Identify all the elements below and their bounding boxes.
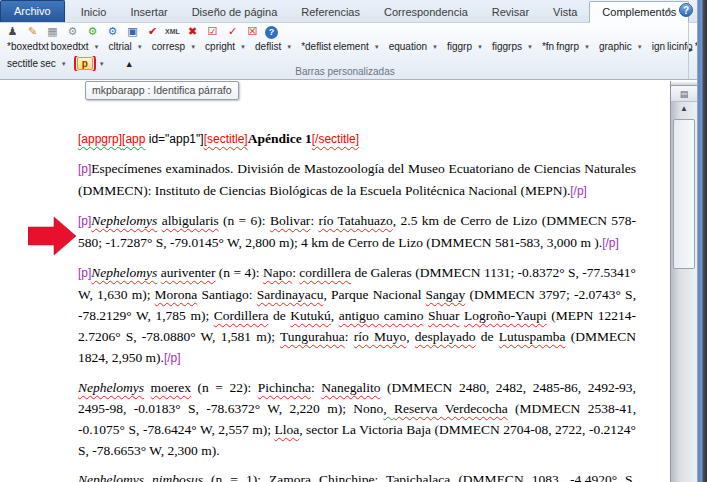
document-text: [appgrp][app id="app1"][sectitle]Apéndic… bbox=[78, 128, 636, 482]
trash-icon[interactable]: ▦ bbox=[45, 25, 60, 39]
dropdown-arrow-icon[interactable]: ▼ bbox=[94, 44, 100, 50]
markup-tag: [p] bbox=[78, 266, 91, 280]
toolbar-button-figgrps[interactable]: figgrps bbox=[491, 41, 523, 52]
text-run: , Parque Nacional bbox=[323, 287, 425, 302]
doc-paragraph: [p]Nephelomys albigularis (n = 6): Boliv… bbox=[78, 210, 636, 254]
xml-icon[interactable]: XML bbox=[165, 25, 180, 39]
tab-archivo[interactable]: Archivo bbox=[0, 0, 65, 22]
dropdown-arrow-icon[interactable]: ▼ bbox=[432, 44, 438, 50]
xml-check-icon[interactable]: ☑ bbox=[205, 25, 220, 39]
tab-correspondencia[interactable]: Correspondencia bbox=[372, 2, 480, 22]
text-run: Nephelomys nimbosus bbox=[78, 472, 203, 482]
text-run: Shuar bbox=[428, 308, 460, 323]
tab-inicio[interactable]: Inicio bbox=[69, 2, 119, 22]
text-run: : bbox=[311, 380, 321, 395]
gear-blue-icon[interactable]: ⚙ bbox=[105, 25, 120, 39]
help-icon[interactable]: ? bbox=[679, 3, 693, 17]
text-run: (n = 1): bbox=[203, 472, 269, 482]
text-run: : bbox=[345, 329, 354, 344]
pencil-icon[interactable]: ✎ bbox=[25, 25, 40, 39]
tab-insertar[interactable]: Insertar bbox=[118, 2, 179, 22]
tab-vista[interactable]: Vista bbox=[541, 2, 589, 22]
dropdown-arrow-icon[interactable]: ▼ bbox=[584, 44, 590, 50]
gear-green-icon[interactable]: ⚙ bbox=[85, 25, 100, 39]
dropdown-arrow-icon[interactable]: ▼ bbox=[374, 44, 380, 50]
check-red-icon[interactable]: ✔ bbox=[145, 25, 160, 39]
delete-red-icon[interactable]: ✖ bbox=[185, 25, 200, 39]
document-page[interactable]: mkpbarapp : Identifica párrafo [appgrp][… bbox=[0, 81, 671, 482]
text-run: (n = 4): bbox=[215, 265, 262, 280]
text-run: de bbox=[268, 308, 290, 323]
ribbon: ArchivoInicioInsertarDiseño de páginaRef… bbox=[0, 0, 707, 80]
tooltip-text: mkpbarapp : Identifica párrafo bbox=[92, 84, 232, 96]
check-small-icon[interactable]: ✓ bbox=[225, 25, 240, 39]
toolbar-button-figgrp[interactable]: figgrp bbox=[446, 41, 473, 52]
toolbar-button-boxedtxt[interactable]: boxedtxt bbox=[50, 41, 90, 52]
help-icon[interactable]: ? bbox=[265, 26, 278, 39]
doc-paragraph: [p]Especímenes examinados. División de M… bbox=[78, 158, 636, 202]
dropdown-arrow-icon[interactable]: ▼ bbox=[527, 44, 533, 50]
text-run: Logroño-Yaupi bbox=[464, 308, 547, 323]
markup-tag: [/sectitle] bbox=[312, 132, 359, 146]
text-run: Napo bbox=[263, 265, 292, 280]
doc-paragraph: Nephelomys nimbosus (n = 1): Zamora Chin… bbox=[78, 469, 636, 482]
dropdown-arrow-icon[interactable]: ▼ bbox=[190, 44, 196, 50]
text-run: (n = 6): bbox=[219, 213, 270, 228]
dropdown-arrow-icon[interactable]: ▼ bbox=[637, 44, 643, 50]
text-run: Santiago: bbox=[197, 287, 256, 302]
gear-gray-icon[interactable]: ⚙ bbox=[65, 25, 80, 39]
tab-revisar[interactable]: Revisar bbox=[480, 2, 541, 22]
text-run: Pichincha bbox=[258, 380, 311, 395]
toolbar-button-deflist[interactable]: deflist bbox=[254, 41, 282, 52]
toolbar-button-element[interactable]: element bbox=[332, 41, 370, 52]
text-run: , bbox=[406, 329, 415, 344]
dropdown-arrow-icon[interactable]: ▼ bbox=[286, 44, 292, 50]
toolbar-button-ign[interactable]: ign bbox=[651, 41, 666, 52]
text-run: Tungurahua bbox=[280, 329, 345, 344]
text-run: Nephelomys bbox=[91, 265, 157, 280]
text-run: Reserva Verdecocha bbox=[394, 401, 508, 416]
toolbar-button-cltrial[interactable]: cltrial bbox=[107, 41, 132, 52]
text-run: Nephelomys bbox=[91, 213, 157, 228]
markup-tag: [appgrp] bbox=[78, 132, 122, 146]
dropdown-arrow-icon[interactable]: ▼ bbox=[137, 44, 143, 50]
text-run: Bolivar bbox=[270, 213, 311, 228]
toolbar-button-corresp[interactable]: corresp bbox=[151, 41, 186, 52]
tab-referencias[interactable]: Referencias bbox=[289, 2, 372, 22]
text-run: Sangay bbox=[426, 287, 466, 302]
scroll-up-icon[interactable]: ▲ bbox=[671, 102, 697, 115]
toolbar-button-boxedtxt[interactable]: *boxedtxt bbox=[6, 41, 50, 52]
markup-tag: [app bbox=[122, 132, 145, 146]
minimize-ribbon-icon[interactable]: ∧ bbox=[665, 5, 672, 15]
toolbar-button-graphic[interactable]: graphic bbox=[598, 41, 633, 52]
toolbar-button-cpright[interactable]: cpright bbox=[204, 41, 236, 52]
toolbar-button-fngrp[interactable]: fngrp bbox=[555, 41, 580, 52]
toolbar-button-equation[interactable]: equation bbox=[388, 41, 428, 52]
scrollbar-thumb[interactable] bbox=[673, 119, 695, 269]
text-run: (n = 22): bbox=[191, 380, 258, 395]
save-icon[interactable]: ▣ bbox=[125, 25, 140, 39]
text-run: río Muyo bbox=[354, 329, 406, 344]
markup-toolbar-row1: *boxedtxtboxedtxt▼cltrial▼corresp▼cprigh… bbox=[0, 39, 707, 54]
toolbar-button-fn[interactable]: *fn bbox=[541, 41, 555, 52]
text-run: , bbox=[383, 401, 394, 416]
text-run: Lutuspamba bbox=[499, 329, 566, 344]
toolbar-overflow-icon[interactable]: ▸ bbox=[689, 45, 693, 54]
markup-tag: [/p] bbox=[570, 184, 587, 198]
vertical-scrollbar[interactable]: ▤ ▲ bbox=[670, 81, 697, 482]
markup-tag: [/p] bbox=[164, 351, 181, 365]
text-run: Especímenes examinados. División de Mast… bbox=[78, 161, 636, 198]
ruler-toggle-icon[interactable]: ▤ bbox=[671, 86, 697, 102]
xml-error-icon[interactable]: ☒ bbox=[245, 25, 260, 39]
tab-diseno-de-pagina[interactable]: Diseño de página bbox=[180, 2, 290, 22]
dropdown-arrow-icon[interactable]: ▼ bbox=[477, 44, 483, 50]
doc-paragraph: [appgrp][app id="app1"][sectitle]Apéndic… bbox=[78, 128, 636, 150]
dropdown-arrow-icon[interactable]: ▼ bbox=[240, 44, 246, 50]
text-run: Tapichalaca bbox=[386, 472, 450, 482]
text-run: albigularis bbox=[162, 213, 219, 228]
markup-tag: id="app1"] bbox=[145, 132, 203, 146]
doc-paragraph: Nephelomys moerex (n = 22): Pichincha: N… bbox=[78, 377, 636, 461]
person-icon[interactable]: ♟ bbox=[5, 25, 20, 39]
toolbar-button-deflist[interactable]: *deflist bbox=[300, 41, 332, 52]
markup-tag: [/p] bbox=[602, 236, 619, 250]
